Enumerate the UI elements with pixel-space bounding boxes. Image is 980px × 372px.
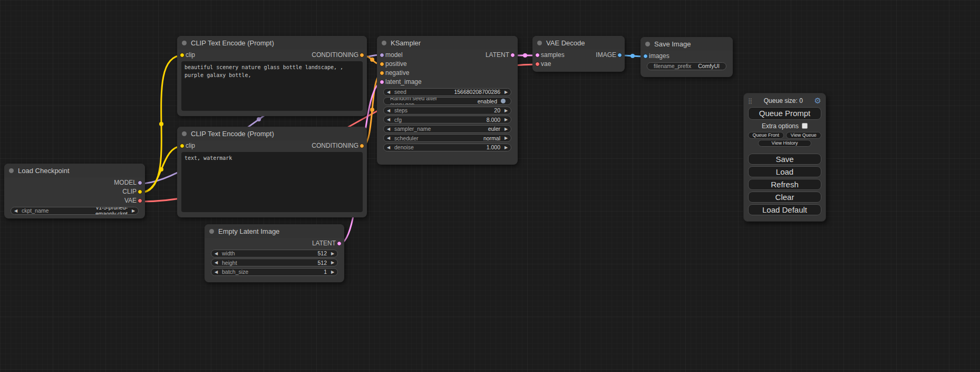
increment-arrow-icon[interactable]: ▶	[501, 126, 511, 132]
collapse-dot-icon[interactable]	[182, 41, 187, 45]
output-slot-latent[interactable]	[510, 53, 515, 58]
widget-value: normal	[448, 135, 502, 141]
widget-name: batch_size	[221, 269, 275, 275]
height-widget[interactable]: ◀ height 512 ▶	[211, 259, 338, 266]
node-title-bar[interactable]: Load Checkpoint	[4, 164, 145, 177]
decrement-arrow-icon[interactable]: ◀	[384, 107, 393, 114]
output-slot-image[interactable]	[617, 53, 622, 58]
load-button[interactable]: Load	[748, 166, 821, 177]
queue-menu-panel[interactable]: ⣿ Queue size: 0 ⚙ Queue Prompt Extra opt…	[743, 93, 826, 222]
input-slot-samples[interactable]	[535, 53, 540, 58]
toggle-dot-icon[interactable]	[501, 99, 506, 103]
input-label-latent-image: latent_image	[385, 78, 422, 85]
link-midpoint	[159, 167, 163, 171]
input-slot-positive[interactable]	[380, 62, 384, 66]
node-title-bar[interactable]: Empty Latent Image	[205, 224, 344, 238]
clear-button[interactable]: Clear	[748, 192, 821, 203]
increment-arrow-icon[interactable]: ▶	[129, 207, 138, 214]
output-slot-conditioning[interactable]	[360, 144, 364, 148]
node-title-bar[interactable]: VAE Decode	[532, 36, 625, 50]
refresh-button[interactable]: Refresh	[748, 179, 821, 190]
input-slot-negative[interactable]	[380, 71, 384, 75]
input-slot-images[interactable]	[643, 54, 648, 59]
input-label-model: model	[385, 51, 403, 60]
node-empty-latent-image[interactable]: Empty Latent Image LATENT ◀ width 512 ▶ …	[205, 224, 344, 282]
load-default-button[interactable]: Load Default	[748, 204, 821, 215]
increment-arrow-icon[interactable]: ▶	[328, 250, 337, 257]
increment-arrow-icon[interactable]: ▶	[328, 259, 337, 266]
seed-widget[interactable]: ◀ seed 156680208700286 ▶	[383, 88, 511, 96]
collapse-dot-icon[interactable]	[9, 168, 14, 173]
widget-name: denoise	[393, 144, 448, 150]
increment-arrow-icon[interactable]: ▶	[501, 116, 511, 123]
input-slot-latent-image[interactable]	[380, 80, 384, 84]
increment-arrow-icon[interactable]: ▶	[501, 107, 511, 114]
increment-arrow-icon[interactable]: ▶	[328, 269, 337, 275]
prompt-textarea[interactable]: text, watermark	[181, 152, 363, 212]
widget-name: steps	[393, 107, 448, 113]
drag-handle-icon[interactable]: ⣿	[748, 98, 752, 104]
input-slot-vae[interactable]	[535, 62, 540, 66]
view-history-button[interactable]: View History	[758, 140, 811, 147]
queue-prompt-button[interactable]: Queue Prompt	[748, 107, 821, 120]
node-load-checkpoint[interactable]: Load Checkpoint MODEL CLIP VAE ◀ ckpt_na…	[4, 164, 145, 218]
decrement-arrow-icon[interactable]: ◀	[211, 250, 221, 257]
output-slot-conditioning[interactable]	[360, 53, 364, 58]
node-title-bar[interactable]: CLIP Text Encode (Prompt)	[177, 36, 367, 50]
node-ksampler[interactable]: KSampler model LATENT positive negative …	[377, 36, 518, 165]
collapse-dot-icon[interactable]	[645, 42, 650, 46]
input-label-clip: clip	[186, 51, 195, 60]
widget-value: 1	[275, 269, 328, 275]
node-vae-decode[interactable]: VAE Decode samples IMAGE vae	[532, 36, 625, 72]
input-slot-clip[interactable]	[180, 144, 185, 148]
cfg-widget[interactable]: ◀ cfg 8.000 ▶	[383, 116, 511, 123]
sampler-name-widget[interactable]: ◀ sampler_name euler ▶	[383, 125, 511, 133]
random-seed-toggle-widget[interactable]: Random seed after every gen enabled	[383, 97, 511, 105]
node-title-bar[interactable]: Save Image	[641, 37, 733, 51]
view-queue-button[interactable]: View Queue	[786, 132, 822, 139]
width-widget[interactable]: ◀ width 512 ▶	[211, 250, 338, 257]
input-slot-model[interactable]	[380, 53, 384, 58]
increment-arrow-icon[interactable]: ▶	[501, 144, 511, 151]
steps-widget[interactable]: ◀ steps 20 ▶	[383, 107, 511, 115]
denoise-widget[interactable]: ◀ denoise 1.000 ▶	[383, 144, 511, 151]
node-save-image[interactable]: Save Image images filename_prefix ComfyU…	[641, 37, 733, 77]
node-clip-text-encode-negative[interactable]: CLIP Text Encode (Prompt) clip CONDITION…	[177, 127, 367, 217]
prompt-textarea[interactable]: beautiful scenery nature glass bottle la…	[181, 61, 363, 111]
collapse-dot-icon[interactable]	[382, 41, 386, 45]
decrement-arrow-icon[interactable]: ◀	[211, 269, 221, 275]
filename-prefix-widget[interactable]: filename_prefix ComfyUI	[647, 62, 726, 70]
output-label-model: MODEL	[114, 179, 137, 186]
collapse-dot-icon[interactable]	[209, 229, 214, 234]
output-slot-clip[interactable]	[138, 189, 142, 194]
decrement-arrow-icon[interactable]: ◀	[384, 126, 393, 132]
batch-size-widget[interactable]: ◀ batch_size 1 ▶	[211, 268, 338, 276]
scheduler-widget[interactable]: ◀ scheduler normal ▶	[383, 134, 511, 142]
node-clip-text-encode-positive[interactable]: CLIP Text Encode (Prompt) clip CONDITION…	[177, 36, 367, 116]
output-slot-vae[interactable]	[138, 198, 142, 203]
output-slot-latent[interactable]	[337, 241, 342, 246]
graph-canvas[interactable]: Load Checkpoint MODEL CLIP VAE ◀ ckpt_na…	[0, 0, 980, 372]
decrement-arrow-icon[interactable]: ◀	[11, 207, 21, 214]
decrement-arrow-icon[interactable]: ◀	[384, 144, 393, 151]
input-slot-clip[interactable]	[180, 53, 185, 58]
decrement-arrow-icon[interactable]: ◀	[384, 116, 393, 123]
decrement-arrow-icon[interactable]: ◀	[384, 89, 393, 96]
output-slot-model[interactable]	[138, 180, 142, 185]
node-title-bar[interactable]: KSampler	[377, 36, 518, 50]
widget-name: width	[221, 250, 275, 256]
extra-options-checkbox[interactable]	[802, 123, 808, 129]
collapse-dot-icon[interactable]	[182, 131, 187, 136]
decrement-arrow-icon[interactable]: ◀	[384, 135, 393, 141]
input-label-clip: clip	[186, 141, 195, 150]
decrement-arrow-icon[interactable]: ◀	[211, 259, 221, 266]
node-title: VAE Decode	[546, 39, 585, 47]
increment-arrow-icon[interactable]: ▶	[501, 89, 511, 96]
queue-front-button[interactable]: Queue Front	[748, 132, 784, 139]
save-button[interactable]: Save	[748, 154, 821, 165]
settings-gear-icon[interactable]: ⚙	[814, 97, 821, 104]
collapse-dot-icon[interactable]	[537, 41, 542, 45]
increment-arrow-icon[interactable]: ▶	[501, 135, 511, 141]
ckpt-name-widget[interactable]: ◀ ckpt_name v1-5-pruned-emaonly.ckpt ▶	[11, 207, 139, 215]
node-title-bar[interactable]: CLIP Text Encode (Prompt)	[177, 127, 367, 140]
